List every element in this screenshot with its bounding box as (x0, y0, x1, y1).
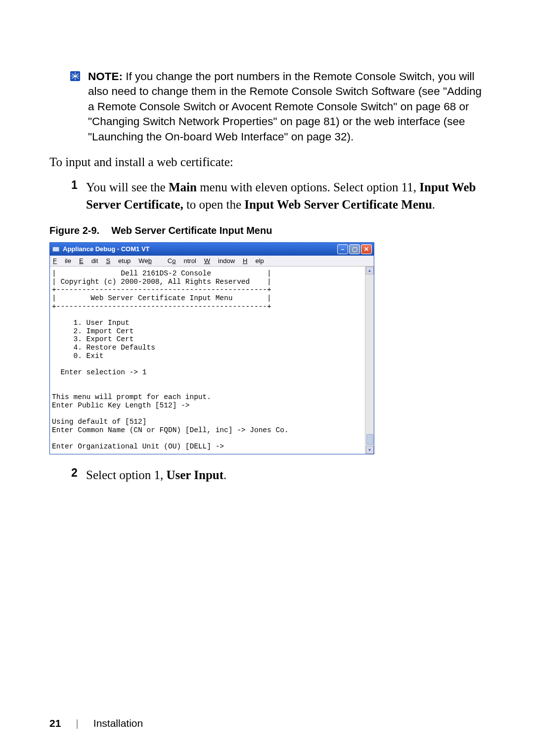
scrollbar[interactable]: ▴ ▾ (365, 267, 374, 454)
titlebar: Appliance Debug - COM1 VT – ▢ ✕ (50, 243, 374, 256)
step-body: You will see the Main menu with eleven o… (86, 178, 485, 213)
menu-file[interactable]: File (53, 257, 71, 265)
step-2: 2 Select option 1, User Input. (71, 466, 485, 484)
menu-setup[interactable]: Setup (106, 257, 131, 265)
svg-rect-2 (55, 252, 57, 253)
figure-caption: Figure 2-9.Web Server Certificate Input … (49, 225, 485, 236)
maximize-button[interactable]: ▢ (349, 244, 360, 254)
terminal-output: | Dell 2161DS-2 Console | | Copyright (c… (50, 267, 365, 454)
figure-title: Web Server Certificate Input Menu (111, 225, 272, 236)
footer-separator: | (76, 717, 78, 729)
menubar: File Edit Setup Web Control Window Help (50, 256, 374, 267)
step-number: 1 (71, 178, 86, 192)
section-name: Installation (93, 717, 143, 729)
menu-window[interactable]: Window (204, 257, 235, 265)
svg-rect-1 (52, 247, 59, 252)
note-text: NOTE: If you change the port numbers in … (88, 69, 485, 144)
figure-label: Figure 2-9. (49, 225, 99, 236)
menu-edit[interactable]: Edit (79, 257, 98, 265)
menu-control[interactable]: Control (168, 257, 196, 265)
close-button[interactable]: ✕ (361, 244, 372, 254)
note-block: NOTE: If you change the port numbers in … (69, 69, 485, 144)
page-footer: 21 | Installation (49, 717, 143, 729)
page-number: 21 (49, 717, 61, 729)
app-icon (52, 245, 60, 253)
intro-text: To input and install a web certificate: (49, 153, 485, 171)
window-title: Appliance Debug - COM1 VT (63, 245, 337, 253)
terminal-window: Appliance Debug - COM1 VT – ▢ ✕ File Edi… (49, 242, 374, 454)
note-icon (69, 70, 81, 82)
menu-help[interactable]: Help (243, 257, 264, 265)
step-body: Select option 1, User Input. (86, 466, 226, 484)
minimize-button[interactable]: – (337, 244, 348, 254)
scroll-up-icon[interactable]: ▴ (366, 267, 374, 274)
note-label: NOTE: (88, 70, 123, 83)
note-body: If you change the port numbers in the Re… (88, 70, 482, 143)
step-1: 1 You will see the Main menu with eleven… (71, 178, 485, 213)
scroll-down-icon[interactable]: ▾ (366, 446, 374, 454)
step-number: 2 (71, 466, 86, 480)
scroll-thumb[interactable] (366, 434, 373, 445)
menu-web[interactable]: Web (138, 257, 160, 265)
